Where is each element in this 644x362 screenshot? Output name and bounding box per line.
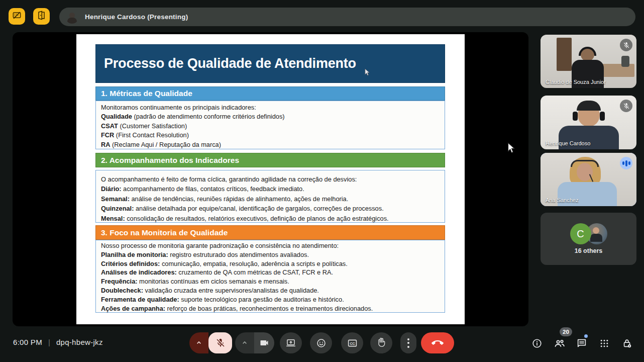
chair-prop — [621, 56, 629, 67]
chat-unread-dot — [584, 334, 588, 338]
line-lead: Critérios definidos: — [101, 260, 160, 267]
info-icon — [531, 338, 543, 349]
door-open-icon — [37, 11, 46, 22]
raise-hand-button[interactable] — [370, 332, 392, 353]
hand-icon — [376, 338, 386, 348]
presenter-avatar — [65, 10, 79, 24]
cc-icon: CC — [347, 338, 358, 348]
participant-name: Claudio de Souza Junior — [546, 79, 606, 85]
door-open-warning-button[interactable] — [33, 8, 50, 25]
presenter-name: Henrique Cardoso (Presenting) — [85, 13, 188, 21]
headset — [571, 160, 599, 167]
participant-name: Ana Sanchez — [546, 197, 578, 203]
line-lead: Doublecheck: — [101, 287, 143, 294]
section-2-header: 2. Acompanhamento dos Indicadores — [95, 153, 445, 167]
line-text: suporte tecnológico para gestão de audit… — [179, 296, 344, 303]
keyboard-off-icon — [12, 11, 22, 22]
line-text: Nosso processo de monitoria garante padr… — [101, 242, 339, 249]
more-options-button[interactable] — [400, 332, 416, 353]
section-1-header: 1. Métricas de Qualidade — [95, 86, 445, 101]
mic-off-icon — [623, 103, 630, 110]
line-text: reforço de boas práticas, reconhecimento… — [165, 305, 373, 312]
chat-icon — [576, 338, 587, 349]
activities-button[interactable] — [598, 337, 610, 349]
line-lead: Frequência: — [101, 278, 138, 285]
line-text: (First Contact Resolution) — [114, 131, 189, 139]
others-count-label: 16 others — [575, 247, 603, 254]
participant-count-badge: 20 — [560, 327, 572, 336]
line-text: O acompanhamento é feito de forma cíclic… — [101, 175, 357, 183]
hair — [577, 101, 601, 111]
apps-grid-icon — [599, 338, 609, 348]
line-text: análise de tendências, reuniões rápidas … — [130, 195, 348, 203]
line-text: (padrão de atendimento conforme critério… — [132, 113, 285, 120]
chevron-up-icon — [241, 339, 249, 347]
line-text: comunicação, empatia, resolução, aderênc… — [160, 260, 347, 267]
people-panel-button[interactable] — [554, 337, 566, 349]
line-lead: Análises de indicadores: — [101, 268, 177, 276]
mic-off-icon — [623, 42, 630, 49]
presenter-banner[interactable]: Henrique Cardoso (Presenting) — [59, 8, 635, 26]
slide-title-bar: Processo de Qualidade de Atendimento — [95, 44, 445, 83]
mic-off-icon — [216, 338, 226, 348]
reactions-button[interactable] — [310, 332, 332, 353]
people-icon — [554, 337, 566, 349]
line-lead: CSAT — [101, 122, 118, 130]
video-tile-claudio[interactable]: Claudio de Souza Junior — [541, 35, 636, 88]
headphones — [579, 47, 596, 56]
camera-toggle-button[interactable] — [254, 332, 274, 353]
muted-mic-badge — [620, 39, 632, 51]
section-2-title: 2. Acompanhamento dos Indicadores — [101, 156, 239, 165]
line-lead: Semanal: — [101, 195, 130, 203]
line-lead: Ações de campanha: — [101, 305, 165, 312]
participant-name: Henrique Cardoso — [546, 140, 590, 146]
line-text: acompanhamento de filas, contatos crític… — [122, 185, 304, 193]
line-text: monitorias contínuas em ciclos semanais … — [138, 278, 289, 285]
meeting-details-button[interactable] — [531, 337, 543, 349]
headphone-cup — [600, 112, 605, 121]
captions-button[interactable]: CC — [341, 332, 363, 353]
section-3-body: Nosso processo de monitoria garante padr… — [95, 240, 445, 313]
speaking-indicator-icon — [620, 157, 632, 169]
line-lead: Ferramenta de qualidade: — [101, 296, 179, 303]
chevron-up-icon — [195, 339, 203, 347]
camera-icon — [259, 338, 269, 348]
line-text: análise detalhada por equipe/canal, iden… — [134, 205, 383, 212]
avatar-letter: C — [570, 223, 591, 244]
meeting-code: dpq-hbew-jkz — [56, 338, 103, 346]
line-text: registro estruturado dos atendimentos av… — [168, 251, 309, 258]
clock-time: 6:00 PM — [13, 338, 42, 346]
section-2-body: O acompanhamento é feito de forma cíclic… — [95, 170, 445, 223]
line-lead: Mensal: — [101, 215, 125, 222]
shared-slide: Processo de Qualidade de Atendimento 1. … — [76, 34, 465, 324]
section-1-body: Monitoramos continuamente os principais … — [95, 101, 445, 149]
more-participants-tile[interactable]: C 16 others — [541, 213, 636, 265]
mic-options-chevron[interactable] — [189, 332, 208, 353]
video-tile-henrique[interactable]: Henrique Cardoso — [541, 96, 636, 149]
line-text: cruzamento de QA com métricas de CSAT, F… — [177, 268, 333, 276]
keyboard-off-warning-button[interactable] — [9, 8, 25, 25]
section-3-header: 3. Foco na Monitoria de Qualidade — [95, 225, 445, 240]
line-lead: RA — [101, 141, 110, 148]
meet-window: Henrique Cardoso (Presenting) Processo d… — [0, 0, 644, 362]
lock-icon — [622, 338, 633, 349]
camera-options-chevron[interactable] — [235, 332, 254, 353]
muted-mic-badge — [620, 100, 632, 112]
separator: | — [48, 338, 50, 346]
line-text: Monitoramos continuamente os principais … — [101, 104, 256, 111]
present-screen-button[interactable] — [280, 332, 302, 353]
headphone-cup — [573, 112, 578, 121]
host-controls-button[interactable] — [621, 337, 633, 349]
line-lead: Planilha de monitoria: — [101, 251, 168, 258]
chat-panel-button[interactable] — [576, 337, 588, 349]
section-1-title: 1. Métricas de Qualidade — [101, 89, 192, 98]
emoji-icon — [316, 338, 327, 348]
stacked-avatars: C — [570, 223, 607, 244]
video-tile-ana[interactable]: Ana Sanchez — [541, 153, 636, 206]
mic-toggle-button[interactable] — [208, 332, 232, 353]
line-lead: Diário: — [101, 185, 122, 193]
slide-title: Processo de Qualidade de Atendimento — [104, 56, 356, 71]
line-text: validação cruzada entre supervisores/ana… — [143, 287, 319, 294]
line-text: consolidação de resultados, relatórios e… — [125, 215, 389, 222]
leave-call-button[interactable] — [421, 332, 454, 353]
